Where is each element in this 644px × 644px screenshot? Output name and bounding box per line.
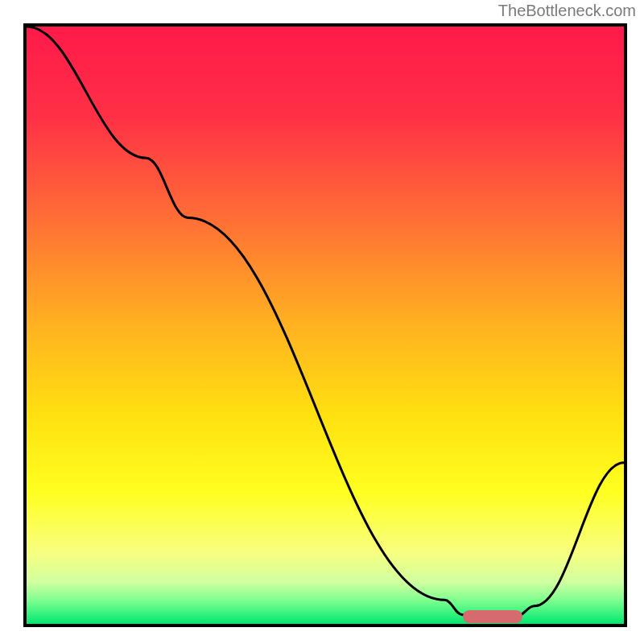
optimal-range-marker — [463, 610, 522, 623]
watermark-text: TheBottleneck.com — [498, 2, 636, 20]
chart-plot-area — [23, 23, 627, 627]
bottleneck-curve — [27, 27, 624, 624]
